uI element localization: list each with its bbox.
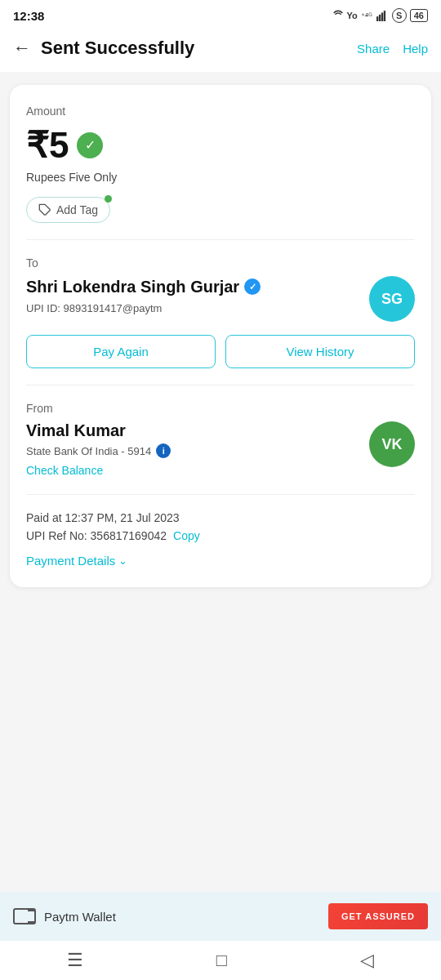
wallet-label: Paytm Wallet <box>44 910 116 924</box>
to-section: To Shri Lokendra Singh Gurjar ✓ UPI ID: … <box>26 256 415 368</box>
check-balance-link[interactable]: Check Balance <box>26 464 103 477</box>
blue-verified-badge: ✓ <box>244 278 261 295</box>
svg-rect-2 <box>381 13 383 22</box>
copy-button[interactable]: Copy <box>173 529 200 542</box>
from-name: Vimal Kumar <box>26 421 359 440</box>
back-nav-icon[interactable]: ◁ <box>360 950 374 971</box>
add-tag-dot <box>105 195 112 203</box>
divider-1 <box>26 239 415 240</box>
to-info: Shri Lokendra Singh Gurjar ✓ UPI ID: 989… <box>26 276 359 314</box>
tag-icon <box>38 203 51 216</box>
from-label: From <box>26 402 415 415</box>
payment-details-row[interactable]: Payment Details ⌄ <box>26 554 415 568</box>
add-tag-button[interactable]: Add Tag <box>26 197 110 223</box>
svg-rect-0 <box>376 16 378 21</box>
upi-ref-row: UPI Ref No: 356817169042 Copy <box>26 529 415 542</box>
verified-badge: ✓ <box>77 132 103 158</box>
from-info: Vimal Kumar State Bank Of India - 5914 i… <box>26 421 359 478</box>
nav-bar: ☰ □ ◁ <box>0 941 441 980</box>
status-icons: Yo ⁺⁴ᴳ S 46 <box>332 8 429 23</box>
svg-rect-3 <box>384 11 385 21</box>
status-time: 12:38 <box>13 9 44 23</box>
back-button[interactable]: ← <box>13 38 31 59</box>
bottom-bar: Paytm Wallet GET ASSURED <box>0 892 441 941</box>
help-button[interactable]: Help <box>403 42 428 56</box>
from-section: From Vimal Kumar State Bank Of India - 5… <box>26 402 415 478</box>
to-avatar: SG <box>369 276 415 322</box>
from-avatar: VK <box>369 421 415 467</box>
amount-section: Amount ₹5 ✓ Rupees Five Only Add Tag <box>26 105 415 223</box>
upi-ref-number: UPI Ref No: 356817169042 <box>26 529 167 542</box>
bank-info: State Bank Of India - 5914 i <box>26 443 359 458</box>
to-label: To <box>26 256 415 270</box>
payment-details-text: Payment Details <box>26 554 115 568</box>
to-upi-id: UPI ID: 9893191417@paytm <box>26 302 359 314</box>
svg-rect-1 <box>379 15 381 21</box>
page-title: Sent Successfully <box>41 38 194 59</box>
home-icon[interactable]: □ <box>216 950 227 971</box>
pay-again-button[interactable]: Pay Again <box>26 335 216 368</box>
get-assured-button[interactable]: GET ASSURED <box>328 903 428 929</box>
amount-label: Amount <box>26 105 415 118</box>
amount-words: Rupees Five Only <box>26 171 415 184</box>
menu-icon[interactable]: ☰ <box>67 950 83 971</box>
main-card: Amount ₹5 ✓ Rupees Five Only Add Tag To … <box>10 85 431 587</box>
amount-value: ₹5 <box>26 124 69 166</box>
view-history-button[interactable]: View History <box>225 335 415 368</box>
divider-3 <box>26 494 415 495</box>
divider-2 <box>26 385 415 385</box>
header: ← Sent Successfully Share Help <box>0 28 441 72</box>
amount-row: ₹5 ✓ <box>26 124 415 166</box>
action-buttons: Pay Again View History <box>26 335 415 368</box>
to-name: Shri Lokendra Singh Gurjar ✓ <box>26 276 359 297</box>
paid-at: Paid at 12:37 PM, 21 Jul 2023 <box>26 511 415 524</box>
wallet-icon <box>13 908 36 924</box>
paytm-wallet-row: Paytm Wallet <box>13 908 116 924</box>
share-button[interactable]: Share <box>357 42 390 56</box>
status-bar: 12:38 Yo ⁺⁴ᴳ S 46 <box>0 0 441 28</box>
info-icon: i <box>156 443 171 458</box>
chevron-down-icon: ⌄ <box>118 555 127 567</box>
payment-info: Paid at 12:37 PM, 21 Jul 2023 UPI Ref No… <box>26 511 415 568</box>
